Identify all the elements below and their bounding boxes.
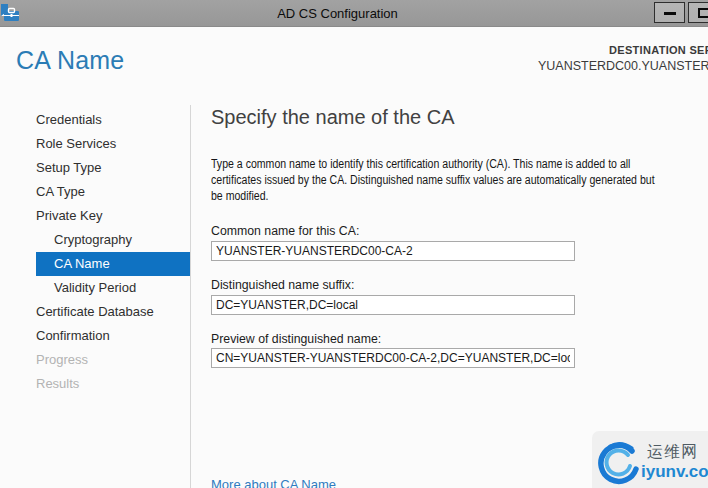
common-name-input[interactable] — [211, 241, 575, 261]
window-title: AD CS Configuration — [0, 0, 675, 27]
sidebar-item-ca-type[interactable]: CA Type — [0, 180, 190, 204]
watermark-site-domain: iyunv.com — [641, 462, 708, 482]
page-title: CA Name — [16, 46, 124, 75]
sidebar-item-private-key[interactable]: Private Key — [0, 204, 190, 228]
wizard-step-list: Credentials Role Services Setup Type CA … — [0, 108, 190, 396]
watermark-site-name: 运维网 — [647, 442, 698, 463]
main-content: Specify the name of the CA Type a common… — [211, 100, 708, 488]
sidebar-item-validity-period[interactable]: Validity Period — [0, 276, 190, 300]
destination-server-value: YUANSTERDC00.YUANSTER. — [538, 59, 708, 73]
sidebar-item-confirmation[interactable]: Confirmation — [0, 324, 190, 348]
adcs-configuration-window: AD CS Configuration CA Name DESTINATION … — [0, 0, 708, 488]
sidebar-item-ca-name[interactable]: CA Name — [36, 252, 190, 276]
dn-suffix-input[interactable] — [211, 295, 575, 315]
watermark: 运维网 iyunv.com — [592, 431, 708, 488]
iyunv-logo-icon — [596, 439, 640, 485]
description-paragraph: Type a common name to identify this cert… — [211, 156, 708, 204]
destination-server-block: DESTINATION SER YUANSTERDC00.YUANSTER. — [538, 44, 708, 73]
description-line: certificates issued by the CA. Distingui… — [211, 172, 655, 188]
sidebar-item-results: Results — [0, 372, 190, 396]
sidebar-divider — [190, 105, 191, 488]
minimize-button[interactable] — [654, 2, 685, 23]
sidebar-item-credentials[interactable]: Credentials — [0, 108, 190, 132]
dn-preview-input[interactable] — [211, 348, 575, 368]
description-line: be modified. — [211, 188, 655, 204]
content-heading: Specify the name of the CA — [211, 106, 454, 129]
maximize-icon — [698, 8, 708, 18]
destination-server-label: DESTINATION SER — [538, 44, 708, 56]
dn-preview-label: Preview of distinguished name: — [211, 332, 381, 346]
dn-suffix-label: Distinguished name suffix: — [211, 278, 354, 292]
sidebar-item-progress: Progress — [0, 348, 190, 372]
sidebar-item-cryptography[interactable]: Cryptography — [0, 228, 190, 252]
sidebar-item-certificate-database[interactable]: Certificate Database — [0, 300, 190, 324]
titlebar[interactable]: AD CS Configuration — [0, 0, 708, 27]
sidebar-item-setup-type[interactable]: Setup Type — [0, 156, 190, 180]
common-name-label: Common name for this CA: — [211, 224, 359, 238]
minimize-icon — [664, 12, 676, 15]
maximize-button[interactable] — [688, 2, 708, 23]
sidebar-item-role-services[interactable]: Role Services — [0, 132, 190, 156]
description-line: Type a common name to identify this cert… — [211, 156, 655, 172]
more-about-ca-name-link[interactable]: More about CA Name — [211, 477, 336, 488]
